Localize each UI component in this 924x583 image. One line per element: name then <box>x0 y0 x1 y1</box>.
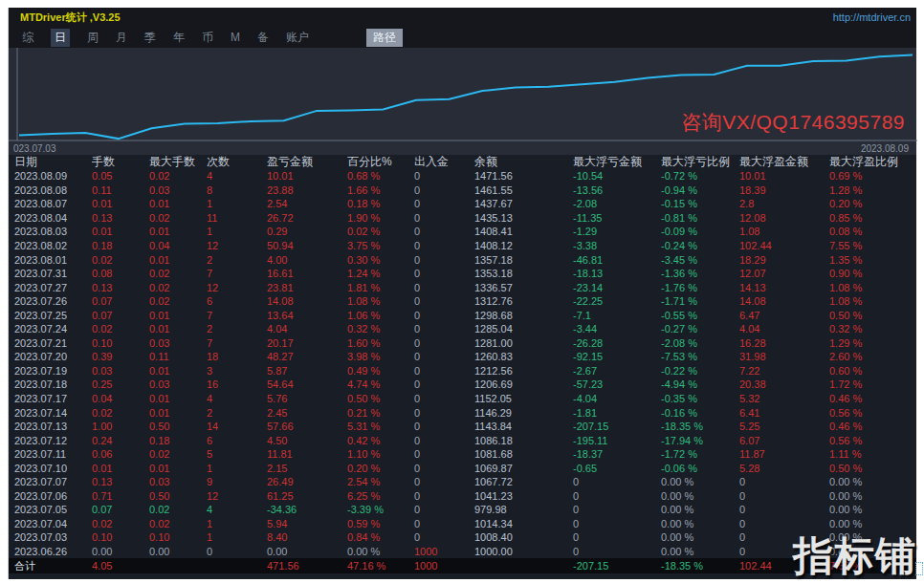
window-title: MTDriver统计 ,V3.25 <box>20 11 121 25</box>
table-header-row: 日期手数最大手数次数盈亏金额百分比%出入金余额最大浮亏金额最大浮亏比例最大浮盈金… <box>9 155 916 169</box>
table-cell: 14.08 <box>739 295 829 307</box>
table-cell: 2023.07.10 <box>9 463 92 474</box>
table-cell: 0.50 <box>149 421 207 432</box>
table-cell: 0 <box>414 351 474 362</box>
table-cell: 0.02 % <box>347 226 414 237</box>
table-cell: -0.81 % <box>661 212 739 224</box>
table-cell: -2.67 <box>573 365 661 377</box>
table-row[interactable]: 2023.08.070.010.0112.540.18 %01437.67-2.… <box>9 197 916 211</box>
website-link[interactable]: http://mtdriver.cn <box>833 11 911 23</box>
table-row[interactable]: 2023.07.070.130.03926.492.54 %01067.7200… <box>9 475 916 489</box>
table-row[interactable]: 2023.07.200.390.111848.273.98 %01260.83-… <box>9 350 916 364</box>
menu-item-综[interactable]: 综 <box>22 30 33 46</box>
table-cell: 1312.76 <box>474 295 573 307</box>
table-cell: 2023.08.08 <box>9 184 92 196</box>
table-cell: 0.00 % <box>661 490 739 502</box>
table-cell: 0 <box>414 282 474 293</box>
table-cell: -7.1 <box>573 310 661 321</box>
table-cell: 1408.41 <box>474 226 573 237</box>
menu-item-备[interactable]: 备 <box>257 30 269 46</box>
table-row[interactable]: 2023.07.040.020.0215.940.59 %01014.3400.… <box>9 517 916 531</box>
table-cell: 2.60 % <box>829 351 917 362</box>
table-cell: 0 <box>414 378 474 390</box>
table-row[interactable]: 2023.07.120.240.1864.500.42 %01086.18-19… <box>9 433 916 447</box>
table-cell: -13.56 <box>573 184 661 196</box>
table-row[interactable]: 2023.07.240.020.0124.040.32 %01285.04-3.… <box>9 322 916 336</box>
table-row[interactable]: 2023.08.020.180.041250.943.75 %01408.12-… <box>9 239 916 253</box>
table-row[interactable]: 2023.07.310.080.02716.611.24 %01353.18-1… <box>9 267 916 281</box>
table-cell: 0.06 <box>92 448 149 460</box>
menu-item-季[interactable]: 季 <box>144 30 156 46</box>
column-header: 次数 <box>207 154 267 170</box>
table-row[interactable]: 2023.07.210.100.03720.171.60 %01281.00-2… <box>9 336 916 351</box>
table-cell: 0.07 <box>92 504 149 515</box>
menu-item-M[interactable]: M <box>231 31 240 44</box>
table-cell: 0.00 % <box>661 546 739 557</box>
table-cell: 0 <box>414 198 474 209</box>
table-row[interactable]: 2023.07.050.070.024-34.36-3.39 %0979.980… <box>9 503 916 517</box>
table-cell: 102.44 <box>739 560 829 572</box>
table-cell: 0.11 <box>149 351 207 362</box>
table-cell: 7 <box>207 337 267 349</box>
table-cell: 0.01 <box>149 323 207 335</box>
table-cell: 23.81 <box>267 282 347 293</box>
table-row[interactable]: 2023.07.170.040.0145.760.50 %01152.05-4.… <box>9 392 916 406</box>
table-row[interactable]: 2023.08.030.010.0110.290.02 %01408.41-1.… <box>9 225 916 239</box>
table-cell: -0.22 % <box>661 365 739 377</box>
table-cell: -17.94 % <box>661 435 739 446</box>
table-cell: -11.35 <box>573 212 661 224</box>
table-row[interactable]: 2023.07.110.060.02511.811.10 %01081.68-1… <box>9 447 916 462</box>
table-row[interactable]: 2023.07.250.070.01713.641.06 %01298.68-7… <box>9 308 916 322</box>
table-cell: 0.13 <box>92 476 149 487</box>
table-cell: 6.25 % <box>347 490 414 502</box>
table-row[interactable]: 2023.08.080.110.03823.881.66 %01461.55-1… <box>9 184 916 198</box>
table-cell: -0.65 <box>573 463 661 474</box>
table-cell: 0 <box>739 490 829 502</box>
table-cell: 6.47 <box>739 310 829 321</box>
table-cell: 1281.00 <box>474 337 573 349</box>
table-row[interactable]: 2023.07.260.070.02614.081.08 %01312.76-2… <box>9 294 916 309</box>
table-cell: 0.56 % <box>829 407 917 419</box>
table-cell: 2 <box>207 407 267 419</box>
table-cell: 0.01 <box>149 310 207 321</box>
table-row[interactable]: 2023.07.190.030.0135.870.49 %01212.56-2.… <box>9 364 916 378</box>
table-cell: 0.50 % <box>829 310 917 321</box>
table-cell: -0.15 % <box>661 198 739 209</box>
table-row[interactable]: 2023.07.060.710.501261.256.25 %01041.230… <box>9 489 916 504</box>
menu-item-日[interactable]: 日 <box>51 29 70 47</box>
table-cell: 0 <box>414 310 474 321</box>
table-row[interactable]: 2023.07.100.010.0112.150.20 %01069.87-0.… <box>9 461 916 475</box>
table-row[interactable]: 2023.06.260.000.0000.000.00 %10001000.00… <box>9 545 916 559</box>
table-cell: 2.54 % <box>347 476 414 487</box>
menu-item-年[interactable]: 年 <box>173 30 185 46</box>
table-cell: 1143.84 <box>474 421 573 432</box>
table-cell: 1 <box>207 463 267 474</box>
table-cell: -207.15 <box>573 560 661 572</box>
table-cell: 2023.07.03 <box>9 531 92 543</box>
menu-item-币[interactable]: 币 <box>202 30 213 46</box>
table-row[interactable]: 2023.07.140.020.0122.450.21 %01146.29-1.… <box>9 405 916 420</box>
table-row[interactable]: 2023.08.090.050.02410.010.68 %01471.56-1… <box>9 169 916 184</box>
table-row[interactable]: 2023.07.030.100.1018.400.84 %01008.4000.… <box>9 530 916 545</box>
table-cell: 4.50 <box>267 435 347 446</box>
table-row[interactable]: 2023.07.131.000.501457.665.31 %01143.84-… <box>9 420 916 434</box>
path-button[interactable]: 路径 <box>366 29 403 47</box>
table-cell: 7.55 % <box>829 560 917 572</box>
table-cell: 0.00 % <box>829 490 917 502</box>
table-row[interactable]: 2023.08.040.130.021126.721.90 %01435.13-… <box>9 211 916 226</box>
table-cell: 0.13 <box>92 212 149 224</box>
table-cell: 0 <box>739 531 829 543</box>
table-cell: 0.01 <box>149 393 207 404</box>
table-cell: 11.87 <box>739 448 829 460</box>
table-row[interactable]: 2023.08.010.020.0124.000.30 %01357.18-46… <box>9 252 916 267</box>
table-row[interactable]: 2023.07.270.130.021223.811.81 %01336.57-… <box>9 280 916 294</box>
table-cell: 0 <box>414 170 474 182</box>
menu-item-月[interactable]: 月 <box>116 30 127 46</box>
menu-item-周[interactable]: 周 <box>87 30 99 46</box>
menu-item-账户[interactable]: 账户 <box>286 30 309 46</box>
table-cell: 1 <box>207 518 267 529</box>
table-cell: 2023.08.01 <box>9 254 92 266</box>
scrollbar-handle[interactable] <box>915 562 923 575</box>
table-row[interactable]: 2023.07.180.250.031654.644.74 %01206.69-… <box>9 378 916 392</box>
table-cell: -0.94 % <box>661 184 739 196</box>
